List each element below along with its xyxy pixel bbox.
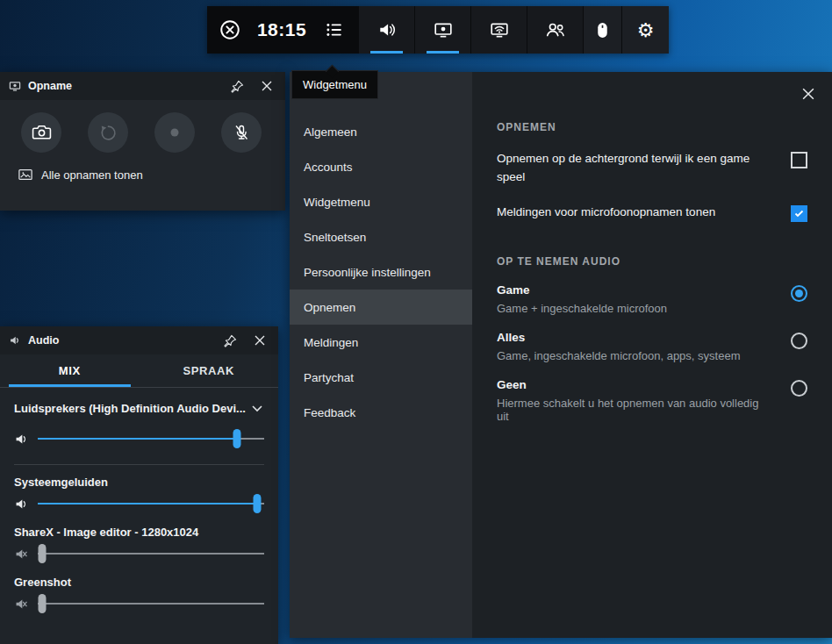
sidebar-item-sneltoetsen[interactable]: Sneltoetsen	[290, 219, 472, 254]
audio-widget-button[interactable]	[358, 6, 414, 54]
option-texts: Alles Game, ingeschakelde microfoon, app…	[497, 331, 740, 362]
slider-track[interactable]	[38, 553, 264, 555]
check-icon	[794, 210, 804, 218]
chevron-down-icon	[252, 405, 262, 412]
tab-mix[interactable]: MIX	[0, 354, 140, 387]
widget-menu-tooltip: Widgetmenu	[291, 70, 378, 99]
master-volume-slider[interactable]	[38, 427, 264, 450]
microphone-toggle-button[interactable]	[221, 112, 262, 153]
slider-thumb[interactable]	[233, 429, 241, 448]
game-radio[interactable]	[791, 285, 807, 302]
widget-menu-button[interactable]	[311, 6, 358, 54]
audio-widget-title: Audio	[28, 334, 212, 347]
social-widget-button[interactable]	[527, 6, 583, 54]
setting-label: Meldingen voor microfoonopnamen tonen	[497, 204, 715, 222]
sidebar-item-partychat[interactable]: Partychat	[290, 360, 472, 395]
option-label: Game	[497, 283, 667, 297]
option-description: Game + ingeschakelde microfoon	[497, 302, 667, 315]
sidebar-item-opnemen[interactable]: Opnemen	[290, 290, 472, 325]
slider-thumb[interactable]	[254, 494, 262, 513]
game-bar: 18:15 ⚙	[207, 6, 669, 54]
option-texts: Game Game + ingeschakelde microfoon	[497, 283, 667, 315]
capture-icon	[434, 20, 453, 39]
screenshot-button[interactable]	[21, 112, 61, 153]
audio-option-alles: Alles Game, ingeschakelde microfoon, app…	[497, 331, 807, 362]
clock: 18:15	[253, 6, 311, 54]
sidebar-item-meldingen[interactable]: Meldingen	[290, 325, 472, 360]
divider	[14, 464, 264, 465]
audio-widget-header: Audio	[0, 326, 278, 354]
channel-volume-row	[14, 592, 264, 615]
sidebar-item-feedback[interactable]: Feedback	[290, 395, 472, 430]
broadcast-widget-button[interactable]	[470, 6, 527, 54]
speaker-muted-icon	[14, 547, 29, 562]
close-button[interactable]	[248, 329, 271, 352]
settings-content: OPNEMEN Opnemen op de achtergrond terwij…	[472, 72, 832, 638]
setting-row-mic-notifications: Meldingen voor microfoonopnamen tonen	[497, 204, 807, 222]
channel-label: ShareX - Image editor - 1280x1024	[14, 526, 264, 539]
setting-label: Opnemen op de achtergrond terwijl ik een…	[497, 150, 770, 187]
show-all-captures-button[interactable]: Alle opnamen tonen	[0, 153, 285, 182]
sidebar-item-accounts[interactable]: Accounts	[290, 149, 472, 184]
option-description: Hiermee schakelt u het opnemen van audio…	[497, 397, 770, 423]
people-icon	[545, 20, 566, 39]
mic-notifications-checkbox[interactable]	[791, 205, 807, 222]
channel-label: Systeemgeluiden	[14, 476, 264, 489]
sidebar-item-algemeen[interactable]: Algemeen	[290, 114, 472, 149]
pin-button[interactable]	[226, 75, 248, 97]
slider-fill	[38, 503, 257, 504]
tab-spraak[interactable]: SPRAAK	[140, 354, 279, 387]
capture-widget-button[interactable]	[414, 6, 470, 54]
audio-widget: Audio MIX SPRAAK Luidsprekers (High Defi…	[0, 326, 278, 644]
setting-row-background-recording: Opnemen op de achtergrond terwijl ik een…	[497, 150, 807, 187]
mouse-icon	[596, 21, 609, 39]
xbox-logo-icon	[219, 18, 241, 41]
option-description: Game, ingeschakelde microfoon, apps, sys…	[497, 349, 740, 362]
output-device-dropdown[interactable]: Luidsprekers (High Definition Audio Devi…	[14, 395, 264, 424]
speaker-muted-icon	[14, 597, 29, 612]
pin-button[interactable]	[219, 329, 241, 352]
option-texts: Geen Hiermee schakelt u het opnemen van …	[497, 378, 770, 423]
capture-widget-title: Opname	[28, 80, 219, 92]
audio-option-geen: Geen Hiermee schakelt u het opnemen van …	[497, 378, 807, 423]
alles-radio[interactable]	[791, 333, 807, 349]
record-button[interactable]	[154, 112, 195, 153]
capture-widget: Opname	[0, 72, 285, 211]
background-recording-checkbox[interactable]	[791, 152, 807, 168]
master-volume-row	[14, 427, 264, 450]
settings-button[interactable]: ⚙	[621, 6, 669, 54]
capture-widget-header: Opname	[0, 72, 285, 100]
greenshot-volume-slider[interactable]	[38, 592, 264, 615]
geen-radio[interactable]	[791, 380, 807, 397]
system-sounds-slider[interactable]	[38, 492, 264, 515]
slider-thumb[interactable]	[39, 544, 47, 563]
slider-track[interactable]	[38, 603, 264, 605]
show-all-captures-label: Alle opnamen tonen	[41, 168, 143, 182]
gallery-icon	[18, 168, 33, 182]
record-last-icon	[99, 124, 118, 142]
camera-icon	[32, 124, 52, 141]
slider-thumb[interactable]	[39, 594, 47, 613]
output-device-label: Luidsprekers (High Definition Audio Devi…	[14, 402, 246, 415]
audio-body: Luidsprekers (High Definition Audio Devi…	[0, 388, 278, 615]
slider-fill	[38, 438, 237, 440]
option-label: Alles	[497, 331, 740, 344]
mic-muted-icon	[233, 124, 250, 141]
section-heading-opnemen: OPNEMEN	[497, 121, 807, 133]
sidebar-item-persoonlijke-instellingen[interactable]: Persoonlijke instellingen	[290, 254, 472, 290]
section-heading-audio: OP TE NEMEN AUDIO	[497, 255, 807, 268]
channel-volume-row	[14, 492, 264, 515]
widget-menu-icon	[326, 21, 343, 39]
close-button[interactable]	[255, 75, 278, 97]
capture-widget-icon	[9, 80, 21, 92]
mouse-button[interactable]	[583, 6, 621, 54]
speaker-icon	[14, 497, 29, 512]
channel-volume-row	[14, 542, 264, 565]
sharex-volume-slider[interactable]	[38, 542, 264, 565]
gear-icon: ⚙	[637, 19, 655, 41]
record-last-button[interactable]	[88, 112, 128, 153]
tooltip-label: Widgetmenu	[303, 78, 367, 91]
audio-widget-icon	[9, 334, 21, 347]
xbox-logo-button[interactable]	[207, 6, 253, 54]
sidebar-item-widgetmenu[interactable]: Widgetmenu	[290, 184, 472, 219]
